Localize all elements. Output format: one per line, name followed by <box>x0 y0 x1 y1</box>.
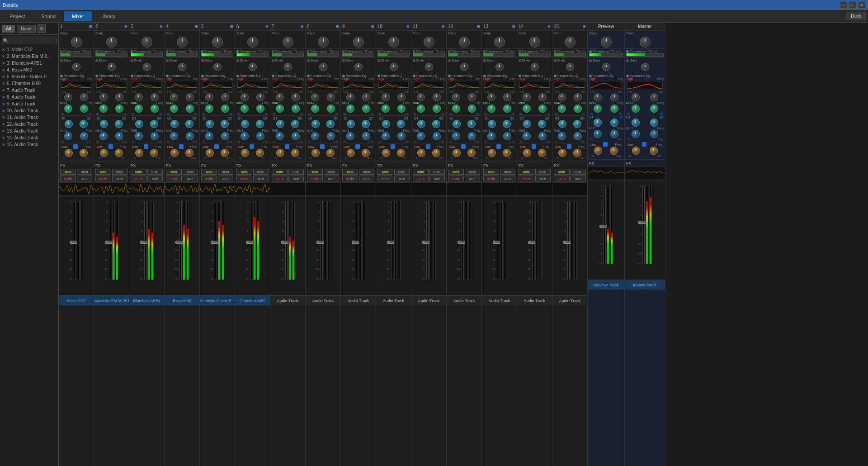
comp-led[interactable] <box>342 50 344 53</box>
eq-led[interactable] <box>448 75 451 77</box>
drive-led[interactable] <box>272 59 274 62</box>
knob[interactable] <box>106 37 117 48</box>
knob[interactable] <box>538 120 546 128</box>
knob[interactable] <box>150 120 158 128</box>
knob[interactable] <box>71 37 82 48</box>
knob[interactable] <box>212 37 223 48</box>
tab-project[interactable]: Project <box>2 11 33 21</box>
eq-led[interactable] <box>60 75 63 77</box>
knob[interactable] <box>186 93 194 101</box>
eq-led[interactable] <box>342 75 345 77</box>
solo-button[interactable]: solo <box>554 169 570 175</box>
knob[interactable] <box>80 93 88 101</box>
knob[interactable] <box>346 132 354 140</box>
knob[interactable] <box>382 105 390 113</box>
arm-button[interactable]: arm <box>77 176 93 181</box>
knob[interactable] <box>326 120 335 128</box>
track-item-1[interactable]: ✕1. Violin-C12 <box>0 46 58 53</box>
arm-button[interactable]: arm <box>359 176 375 181</box>
knob[interactable] <box>292 105 300 113</box>
knob[interactable] <box>151 93 159 101</box>
drive-led[interactable] <box>201 59 204 62</box>
knob[interactable] <box>558 93 566 101</box>
low-bypass-btn[interactable] <box>355 144 360 149</box>
knob[interactable] <box>488 149 496 157</box>
arm-button[interactable]: arm <box>429 176 445 181</box>
knob[interactable] <box>640 37 651 48</box>
knob[interactable] <box>397 105 406 113</box>
solo-button[interactable]: solo <box>413 169 429 175</box>
knob[interactable] <box>566 63 574 71</box>
drive-led[interactable] <box>413 59 415 62</box>
knob[interactable] <box>632 147 640 155</box>
eq-led[interactable] <box>272 75 274 77</box>
knob[interactable] <box>327 105 335 113</box>
knob[interactable] <box>151 105 159 113</box>
knob[interactable] <box>650 147 658 155</box>
eq-led[interactable] <box>131 75 133 77</box>
knob[interactable] <box>632 119 640 127</box>
knob[interactable] <box>247 37 258 48</box>
preview-low-bypass[interactable] <box>603 142 608 147</box>
knob[interactable] <box>433 93 441 101</box>
close-button[interactable]: ✕ <box>858 1 865 9</box>
master-eq-led[interactable] <box>626 75 629 77</box>
knob[interactable] <box>80 105 88 113</box>
knob[interactable] <box>276 149 284 157</box>
knob[interactable] <box>459 37 470 48</box>
knob[interactable] <box>205 93 213 101</box>
track-item-14[interactable]: ✕14. Audio Track <box>0 134 58 141</box>
knob[interactable] <box>170 120 179 128</box>
master-low-bypass[interactable] <box>642 142 646 147</box>
mute-button[interactable]: mute <box>483 176 499 181</box>
knob[interactable] <box>346 93 354 101</box>
master-drive-led[interactable] <box>626 59 629 62</box>
knob[interactable] <box>115 132 123 140</box>
knob[interactable] <box>311 93 319 101</box>
knob[interactable] <box>503 149 511 157</box>
knob[interactable] <box>452 132 460 140</box>
knob[interactable] <box>503 132 511 140</box>
track-item-3[interactable]: ✕3. Blumlein-AR51 <box>0 60 58 67</box>
comp-led[interactable] <box>95 50 98 53</box>
knob[interactable] <box>311 105 319 113</box>
knob[interactable] <box>487 105 495 113</box>
knob[interactable] <box>388 37 399 48</box>
knob[interactable] <box>276 105 284 113</box>
comp-led[interactable] <box>60 50 62 53</box>
track-item-13[interactable]: ✕13. Audio Track <box>0 128 58 134</box>
drive-led[interactable] <box>131 59 133 62</box>
comp-led[interactable] <box>201 50 203 53</box>
knob[interactable] <box>291 149 299 157</box>
knob[interactable] <box>346 105 354 113</box>
knob[interactable] <box>65 120 73 128</box>
low-bypass-btn[interactable] <box>496 144 501 149</box>
knob[interactable] <box>495 63 504 71</box>
knob[interactable] <box>213 63 222 71</box>
knob[interactable] <box>397 132 406 140</box>
solo-button[interactable]: solo <box>201 169 217 175</box>
knob[interactable] <box>641 63 649 71</box>
knob[interactable] <box>347 120 355 128</box>
knob[interactable] <box>206 149 214 157</box>
knob[interactable] <box>650 105 658 113</box>
mute-button[interactable]: mute <box>201 176 217 181</box>
knob[interactable] <box>311 120 320 128</box>
drive-led[interactable] <box>95 59 98 62</box>
knob[interactable] <box>362 105 370 113</box>
knob[interactable] <box>467 149 476 157</box>
solo-button[interactable]: solo <box>483 169 499 175</box>
knob[interactable] <box>487 93 495 101</box>
knob[interactable] <box>256 120 264 128</box>
track-item-4[interactable]: ✕4. Bass-M60 <box>0 67 58 73</box>
mute-button[interactable]: mute <box>377 176 393 181</box>
knob[interactable] <box>185 120 193 128</box>
eq-led[interactable] <box>483 75 486 77</box>
mute-button[interactable]: mute <box>95 176 111 181</box>
comp-led[interactable] <box>519 50 521 53</box>
mon-button[interactable]: mon <box>112 169 128 175</box>
knob[interactable] <box>468 105 476 113</box>
knob[interactable] <box>170 93 178 101</box>
knob[interactable] <box>99 132 108 140</box>
knob[interactable] <box>108 63 116 71</box>
